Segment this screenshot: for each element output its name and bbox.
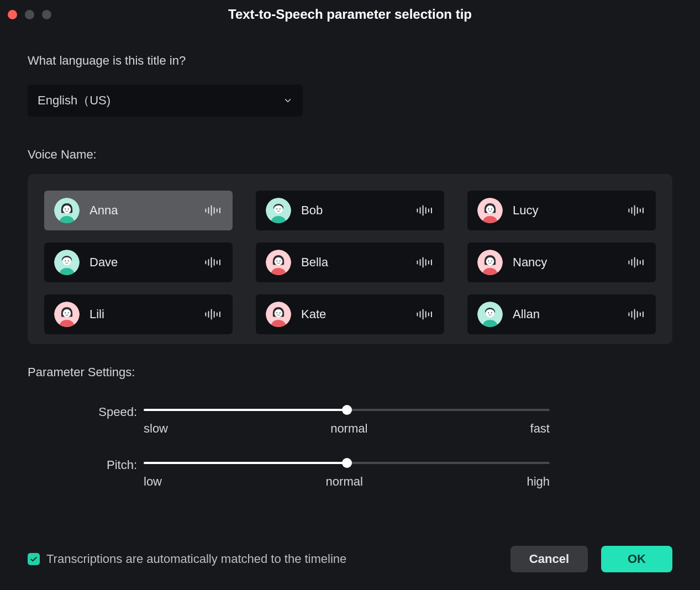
avatar-icon	[266, 250, 291, 275]
ok-button[interactable]: OK	[601, 546, 672, 572]
svg-point-11	[275, 206, 283, 214]
waveform-icon[interactable]	[204, 308, 223, 320]
avatar-icon	[477, 302, 503, 327]
voice-name-label: Lucy	[513, 203, 627, 218]
parameter-settings-label: Parameter Settings:	[28, 365, 672, 380]
svg-point-23	[491, 208, 492, 209]
avatar-icon	[477, 198, 503, 223]
pitch-slider-thumb[interactable]	[342, 458, 352, 468]
svg-point-41	[275, 257, 283, 266]
speed-mid-label: normal	[330, 422, 367, 436]
speed-slider-thumb[interactable]	[342, 405, 352, 415]
svg-point-2	[65, 208, 66, 209]
voice-name-label: Anna	[90, 203, 204, 218]
svg-point-3	[68, 208, 69, 209]
svg-point-72	[276, 312, 277, 313]
speed-slider[interactable]	[144, 405, 550, 415]
voice-card-nancy[interactable]: Nancy	[467, 243, 656, 282]
waveform-icon[interactable]	[204, 204, 223, 217]
language-selected-value: English（US)	[38, 92, 110, 109]
pitch-max-label: high	[527, 475, 550, 489]
voice-card-lucy[interactable]: Lucy	[467, 191, 656, 230]
voice-name-label: Bella	[301, 255, 415, 270]
speed-label: Speed:	[28, 405, 144, 419]
maximize-window-button[interactable]	[42, 10, 51, 19]
svg-point-52	[488, 260, 489, 261]
voice-card-anna[interactable]: Anna	[44, 191, 233, 230]
svg-point-33	[68, 260, 69, 261]
avatar-icon	[54, 302, 80, 327]
waveform-icon[interactable]	[204, 256, 223, 268]
svg-point-1	[63, 206, 71, 214]
speed-max-label: fast	[530, 422, 550, 436]
voice-name-label: Nancy	[513, 255, 627, 270]
waveform-icon[interactable]	[627, 308, 646, 320]
svg-point-21	[486, 206, 494, 214]
voice-name-label: Kate	[301, 307, 415, 322]
svg-point-63	[68, 312, 69, 313]
svg-point-22	[488, 208, 489, 209]
minimize-window-button[interactable]	[25, 10, 34, 19]
svg-point-83	[491, 312, 492, 313]
svg-point-73	[280, 312, 281, 313]
svg-point-32	[65, 260, 66, 261]
svg-point-12	[276, 208, 277, 209]
voice-card-bella[interactable]: Bella	[256, 243, 444, 282]
svg-point-31	[63, 257, 71, 266]
waveform-icon[interactable]	[415, 204, 434, 217]
transcription-checkbox-label: Transcriptions are automatically matched…	[46, 552, 346, 566]
titlebar: Text-to-Speech parameter selection tip	[0, 0, 700, 29]
pitch-slider[interactable]	[144, 458, 550, 468]
waveform-icon[interactable]	[627, 204, 646, 217]
chevron-down-icon	[283, 96, 293, 106]
footer: Transcriptions are automatically matched…	[28, 546, 672, 572]
voice-grid: Anna Bob	[28, 174, 672, 344]
avatar-icon	[54, 250, 80, 275]
language-dropdown[interactable]: English（US)	[28, 85, 303, 117]
window-controls	[8, 10, 51, 19]
svg-point-42	[276, 260, 277, 261]
voice-card-lili[interactable]: Lili	[44, 294, 233, 334]
svg-point-62	[65, 312, 66, 313]
voice-card-allan[interactable]: Allan	[467, 294, 656, 334]
avatar-icon	[266, 302, 291, 327]
svg-point-53	[491, 260, 492, 261]
voice-card-dave[interactable]: Dave	[44, 243, 233, 282]
transcription-checkbox[interactable]	[28, 553, 40, 565]
svg-point-43	[280, 260, 281, 261]
voice-name-label: Voice Name:	[28, 148, 672, 162]
pitch-mid-label: normal	[326, 475, 363, 489]
voice-name-label: Lili	[90, 307, 204, 322]
svg-point-82	[488, 312, 489, 313]
cancel-button[interactable]: Cancel	[510, 546, 588, 572]
avatar-icon	[266, 198, 291, 223]
close-window-button[interactable]	[8, 10, 17, 19]
voice-card-bob[interactable]: Bob	[256, 191, 444, 230]
svg-point-81	[486, 309, 494, 318]
speed-min-label: slow	[144, 422, 168, 436]
pitch-min-label: low	[144, 475, 162, 489]
window-title: Text-to-Speech parameter selection tip	[0, 7, 700, 22]
avatar-icon	[477, 250, 503, 275]
svg-point-13	[280, 208, 281, 209]
avatar-icon	[54, 198, 80, 223]
language-question-label: What language is this title in?	[28, 54, 672, 68]
voice-name-label: Allan	[513, 307, 627, 322]
waveform-icon[interactable]	[415, 308, 434, 320]
svg-point-61	[63, 309, 71, 318]
svg-point-71	[275, 309, 283, 318]
waveform-icon[interactable]	[415, 256, 434, 268]
svg-point-51	[486, 257, 494, 266]
waveform-icon[interactable]	[627, 256, 646, 268]
voice-name-label: Dave	[90, 255, 204, 270]
voice-card-kate[interactable]: Kate	[256, 294, 444, 334]
voice-name-label: Bob	[301, 203, 415, 218]
pitch-label: Pitch:	[28, 458, 144, 472]
